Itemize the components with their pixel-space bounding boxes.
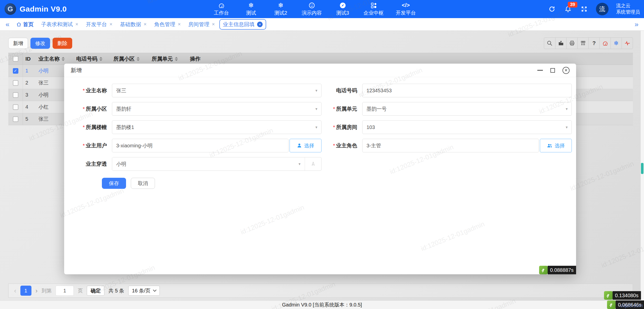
nav-item-test3[interactable]: 测试3 [334, 2, 351, 16]
close-icon[interactable]: ✕ [562, 67, 570, 74]
col-unit[interactable]: 所属单元 [149, 55, 187, 62]
cell-id: 4 [23, 104, 36, 110]
building-select[interactable] [112, 120, 321, 134]
owner-user-input[interactable] [112, 139, 289, 152]
sort-icon[interactable] [137, 57, 140, 61]
refresh-button[interactable] [548, 5, 556, 13]
row-checkbox[interactable] [13, 104, 18, 110]
tab-label: 子表求和测试 [41, 21, 73, 28]
modal-perf-badge: 0.088887s [539, 266, 576, 274]
scrollbar-thumb[interactable] [641, 163, 643, 174]
row-checkbox[interactable] [13, 80, 18, 86]
user-info[interactable]: 流之云 系统管理员 [616, 3, 640, 15]
fullscreen-button[interactable] [580, 5, 588, 13]
monitor-button[interactable] [622, 38, 633, 49]
minimize-icon[interactable] [537, 70, 543, 71]
perf-badge: 0.134080s [604, 291, 641, 300]
tab-bar: « 首页 子表求和测试 × 开发平台 × 基础数据 × 角色管理 × 房间管理 … [0, 18, 644, 31]
col-owner-name[interactable]: 业主名称 [36, 55, 74, 62]
print-button[interactable] [566, 38, 577, 49]
field-label-room: *所属房间 [327, 124, 357, 131]
field-label-unit: *所属单元 [327, 105, 357, 112]
app-title: Gadmin V9.0 [20, 5, 67, 13]
nav-item-demo[interactable]: 演示内容 [302, 2, 322, 16]
phone-input[interactable] [362, 84, 572, 97]
community-select[interactable] [112, 102, 321, 116]
page-number-button[interactable]: 1 [20, 286, 31, 296]
close-icon[interactable]: × [144, 21, 147, 27]
tab-home[interactable]: 首页 [13, 21, 37, 28]
sort-icon[interactable] [99, 57, 102, 61]
close-icon[interactable]: × [178, 21, 181, 27]
tab-role-mgmt[interactable]: 角色管理 × [151, 21, 184, 28]
help-button[interactable]: ? [588, 38, 599, 49]
close-icon[interactable]: × [212, 21, 215, 27]
user-role: 系统管理员 [616, 9, 640, 15]
close-icon[interactable]: × [257, 22, 263, 27]
col-id[interactable]: ID [23, 56, 36, 62]
modal-header[interactable]: 新增 ✕ [64, 64, 576, 77]
nav-item-devplatform[interactable]: </> 开发平台 [396, 2, 416, 16]
nav-label: 测试 [246, 10, 256, 16]
tabs-scroll-right-icon[interactable]: » [632, 21, 640, 28]
pick-owner-role-button[interactable]: 选择 [540, 139, 572, 152]
sort-icon[interactable] [175, 57, 178, 61]
goto-prefix: 到第 [42, 287, 52, 294]
col-phone[interactable]: 电话号码 [74, 55, 111, 62]
close-icon[interactable]: × [75, 21, 78, 27]
page-size-select[interactable]: 16 条/页 [128, 286, 160, 296]
goto-suffix: 页 [78, 287, 83, 294]
performance-button[interactable] [599, 38, 611, 49]
nav-item-workbench[interactable]: 工作台 [213, 2, 230, 16]
pagination-bar: ‹ 1 › 到第 页 确定 共 5 条 16 条/页 [8, 284, 633, 298]
prev-page-icon[interactable]: ‹ [14, 287, 16, 294]
column-settings-button[interactable] [577, 38, 588, 49]
save-button[interactable]: 保存 [102, 178, 126, 189]
tab-room-mgmt[interactable]: 房间管理 × [185, 21, 218, 28]
tab-dev-platform[interactable]: 开发平台 × [83, 21, 115, 28]
close-icon[interactable]: × [109, 21, 112, 27]
navigate-top-button[interactable] [305, 157, 321, 170]
tab-owner-info-active[interactable]: 业主信息回填 × [219, 19, 266, 30]
passthrough-select[interactable] [112, 157, 305, 170]
cancel-button[interactable]: 取消 [131, 178, 155, 189]
edit-button[interactable]: 修改 [30, 38, 50, 49]
sort-icon[interactable] [62, 57, 65, 61]
search-button[interactable] [544, 38, 555, 49]
row-checkbox[interactable] [13, 92, 18, 98]
export-button[interactable] [555, 38, 566, 49]
row-checkbox[interactable] [13, 116, 18, 122]
grid-icon [370, 2, 377, 9]
freeze-button[interactable]: ❄ [611, 38, 622, 49]
room-select[interactable] [362, 120, 572, 134]
nav-item-test2[interactable]: ❄ 测试2 [272, 2, 290, 16]
owner-name-select[interactable] [112, 84, 321, 97]
add-button[interactable]: 新增 [8, 38, 28, 49]
select-all-checkbox[interactable] [13, 56, 18, 62]
pick-owner-user-button[interactable]: 选择 [290, 139, 321, 152]
goto-page-input[interactable] [56, 286, 74, 296]
tabs-scroll-left-icon[interactable]: « [4, 21, 12, 28]
tab-label: 开发平台 [86, 21, 107, 28]
fullscreen-icon [581, 6, 587, 12]
next-page-icon[interactable]: › [35, 287, 38, 294]
unit-select[interactable] [362, 102, 572, 116]
tab-subtable-test[interactable]: 子表求和测试 × [38, 21, 82, 28]
navigate-arrow-icon [310, 161, 316, 167]
nav-item-test[interactable]: ❄ 测试 [242, 2, 260, 16]
nav-label: 演示内容 [302, 10, 322, 16]
pulse-icon [624, 40, 630, 46]
top-navbar: G Gadmin V9.0 工作台 ❄ 测试 ❄ 测试2 演示内容 [0, 0, 644, 18]
delete-button[interactable]: 删除 [53, 38, 72, 49]
goto-confirm-button[interactable]: 确定 [87, 286, 104, 296]
user-avatar[interactable]: 流 [596, 3, 609, 15]
notifications-button[interactable]: 39 [564, 5, 572, 13]
row-checkbox[interactable]: ✓ [13, 68, 18, 74]
owner-role-input[interactable] [362, 139, 539, 152]
maximize-icon[interactable] [550, 68, 555, 73]
nav-item-enterprise[interactable]: 企业中枢 [364, 2, 384, 16]
tab-base-data[interactable]: 基础数据 × [117, 21, 150, 28]
scrollbar-track[interactable] [640, 31, 644, 309]
app-logo[interactable]: G Gadmin V9.0 [5, 3, 67, 15]
col-community[interactable]: 所属小区 [111, 55, 149, 62]
